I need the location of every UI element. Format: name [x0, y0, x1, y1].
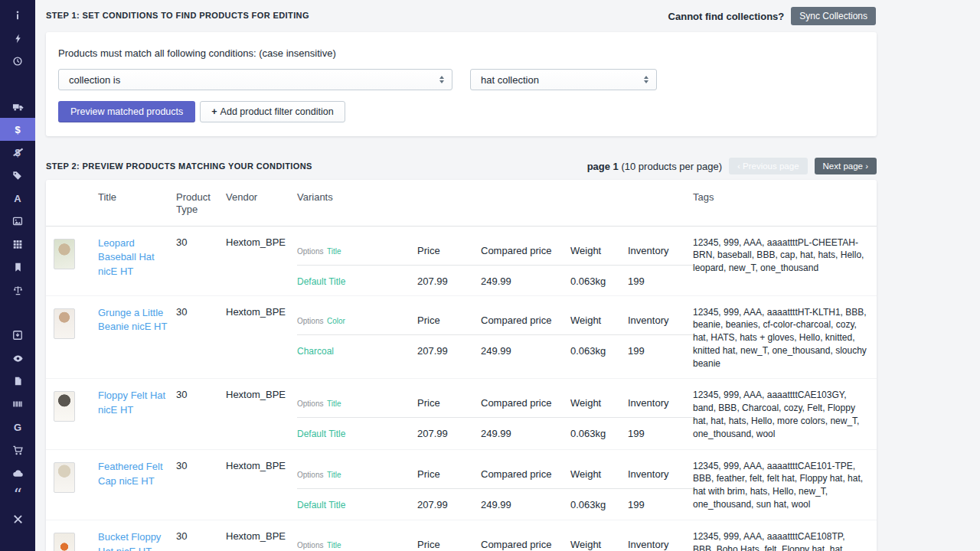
option-name: Title: [327, 247, 341, 256]
product-type: 30: [176, 389, 226, 440]
product-tags: 12345, 999, AAA, aaaattttPL-CHEETAH-BRN,…: [693, 236, 877, 287]
quote-icon: “: [13, 491, 21, 500]
variants-cell: Options Title Price Compared price Weigh…: [297, 243, 693, 287]
select-stepper-icon: [439, 76, 444, 83]
sidebar-item-eye[interactable]: [0, 347, 35, 370]
dollar-icon: $: [15, 124, 20, 135]
sidebar-item-scale[interactable]: [0, 279, 35, 302]
product-title-link[interactable]: Grunge a Little Beanie nicE HT: [98, 306, 176, 335]
product-thumbnail[interactable]: [54, 391, 75, 422]
option-name: Title: [327, 541, 341, 549]
lightning-icon: [13, 34, 23, 44]
product-title-link[interactable]: Floppy Felt Hat nicE HT: [98, 389, 176, 418]
sidebar-item-quote[interactable]: “: [0, 484, 35, 507]
previous-page-button[interactable]: ‹ Previous page: [729, 158, 808, 174]
table-row: Bucket Floppy Hat nicE HT 30 Hextom_BPE …: [46, 520, 877, 551]
product-thumbnail[interactable]: [54, 462, 75, 493]
google-icon: G: [14, 422, 21, 433]
compared-price-header: Compared price: [481, 468, 570, 480]
tools-icon: [13, 514, 23, 524]
sidebar-item-dollar[interactable]: $: [0, 118, 35, 141]
product-type: 30: [176, 236, 226, 287]
sidebar-item-tag[interactable]: [0, 164, 35, 187]
sidebar-item-image[interactable]: [0, 210, 35, 233]
sidebar-item-inbox[interactable]: [0, 324, 35, 347]
sidebar-item-dollar-off[interactable]: $: [0, 141, 35, 164]
price-header: Price: [417, 245, 481, 256]
variant-compared-price: 249.99: [481, 345, 570, 357]
product-thumbnail[interactable]: [54, 533, 75, 551]
variant-compared-price: 249.99: [481, 499, 570, 510]
scale-icon: [12, 285, 24, 296]
inventory-header: Inventory: [628, 468, 693, 480]
eye-icon: [12, 353, 24, 364]
product-title-link[interactable]: Bucket Floppy Hat nicE HT: [98, 530, 176, 551]
product-title-link[interactable]: Feathered Felt Cap nicE HT: [98, 460, 176, 489]
product-type: 30: [176, 306, 226, 370]
clock-icon: [12, 56, 23, 67]
weight-header: Weight: [570, 315, 628, 326]
condition-value-select[interactable]: hat collection: [470, 69, 657, 90]
product-title-link[interactable]: Leopard Baseball Hat nicE HT: [98, 236, 176, 280]
compared-price-header: Compared price: [481, 315, 570, 326]
variant-price: 207.99: [417, 276, 481, 287]
tag-icon: [12, 170, 23, 181]
product-thumbnail[interactable]: [54, 308, 75, 339]
sync-collections-button[interactable]: Sync Collections: [791, 7, 876, 25]
variants-cell: Options Color Price Compared price Weigh…: [297, 313, 693, 370]
sidebar-item-barcode[interactable]: [0, 393, 35, 416]
product-thumbnail[interactable]: [54, 239, 75, 269]
sidebar-item-bookmark[interactable]: [0, 256, 35, 279]
step1-heading: STEP 1: SET CONDITIONS TO FIND PRODUCTS …: [46, 11, 309, 20]
header-product-type: Product Type: [176, 191, 226, 217]
inventory-header: Inventory: [628, 315, 693, 326]
cart-icon: [12, 445, 24, 456]
select-stepper-icon: [644, 76, 648, 83]
sidebar-item-font[interactable]: A: [0, 187, 35, 210]
options-label: Options: [297, 399, 323, 408]
sidebar-item-grid[interactable]: [0, 233, 35, 256]
inbox-icon: [12, 330, 23, 341]
price-header: Price: [417, 539, 481, 550]
sidebar-item-cloud[interactable]: [0, 461, 35, 484]
condition-field-select[interactable]: collection is: [58, 69, 452, 90]
cannot-find-collections-label: Cannot find collections?: [668, 11, 785, 22]
variant-price: 207.99: [417, 499, 481, 510]
variants-cell: Options Title Price Compared price Weigh…: [297, 537, 693, 551]
product-type: 30: [176, 530, 226, 551]
sidebar-item-tools[interactable]: [0, 507, 35, 530]
next-page-button[interactable]: Next page ›: [815, 158, 877, 174]
product-type: 30: [176, 460, 226, 511]
truck-icon: [12, 101, 24, 112]
product-vendor: Hextom_BPE: [226, 460, 297, 511]
variant-inventory: 199: [628, 428, 693, 439]
variant-name: Default Title: [297, 276, 417, 287]
sidebar-item-clock[interactable]: [0, 50, 35, 73]
sidebar-item-truck[interactable]: [0, 95, 35, 118]
product-tags: 12345, 999, AAA, aaaattttCAE103GY, band,…: [693, 389, 877, 440]
step2-heading: STEP 2: PREVIEW PRODUCTS MATCHING YOUR C…: [46, 161, 312, 171]
preview-matched-products-button[interactable]: Preview matched products: [58, 101, 195, 122]
variant-name: Default Title: [297, 500, 417, 510]
compared-price-header: Compared price: [481, 397, 570, 409]
weight-header: Weight: [570, 468, 628, 480]
sidebar-item-document[interactable]: [0, 370, 35, 393]
variant-price: 207.99: [417, 345, 481, 357]
add-filter-condition-button[interactable]: +Add product filter condition: [200, 101, 345, 122]
header-title: Title: [98, 191, 176, 217]
font-icon: A: [14, 193, 21, 204]
option-name: Title: [327, 471, 341, 479]
variant-weight: 0.063kg: [570, 499, 628, 510]
sidebar-item-info[interactable]: [0, 4, 35, 27]
barcode-icon: [12, 399, 23, 409]
variant-inventory: 199: [628, 345, 693, 357]
sidebar-item-cart[interactable]: [0, 439, 35, 461]
variant-weight: 0.063kg: [570, 428, 628, 439]
option-name: Title: [327, 399, 341, 408]
sidebar-item-lightning[interactable]: [0, 27, 35, 50]
page-number: page 1: [587, 161, 619, 172]
variant-name: Charcoal: [297, 346, 417, 357]
condition-value-text: hat collection: [481, 74, 539, 86]
sidebar-item-google[interactable]: G: [0, 416, 35, 439]
variant-compared-price: 249.99: [481, 428, 570, 439]
